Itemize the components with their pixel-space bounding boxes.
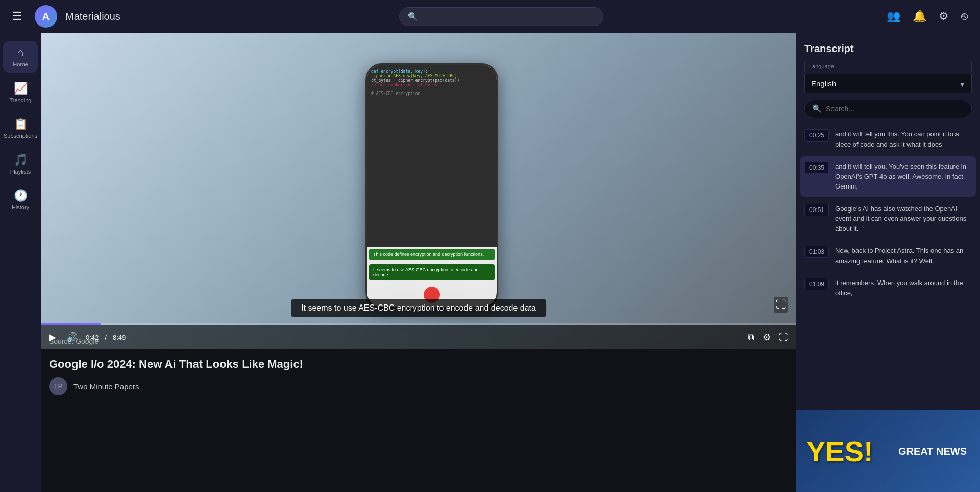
transcript-text: and it will tell you this. You can point… (835, 129, 972, 149)
language-select[interactable]: English Spanish French German (804, 74, 972, 93)
video-controls: ▶ 🔊 0:42 / 8:49 Source: Google ⧉ ⚙ ⛶ (41, 325, 796, 349)
ad-banner: YES! GREAT NEWS (796, 410, 980, 492)
transcript-search-icon: 🔍 (812, 104, 822, 113)
sidebar-item-trending[interactable]: 📈 Trending (3, 77, 38, 108)
sidebar-item-history[interactable]: 🕐 History (3, 184, 38, 216)
ad-yes-text: YES! (806, 435, 873, 468)
search-bar[interactable]: 🔍 (399, 7, 603, 26)
language-label: Language (804, 61, 972, 72)
logout-button[interactable]: ⎋ (957, 6, 972, 27)
transcript-item[interactable]: 00:35 and it will tell you. You've seen … (800, 156, 976, 197)
transcript-item[interactable]: 01:09 it remembers. When you walk around… (800, 273, 976, 303)
video-info: Google I/o 2024: New Ai That Looks Like … (41, 349, 796, 400)
subscriptions-icon: 📋 (14, 118, 28, 131)
video-title: Google I/o 2024: New Ai That Looks Like … (49, 358, 788, 371)
logout-icon: ⎋ (961, 10, 968, 22)
home-icon: ⌂ (17, 46, 23, 59)
phone-mockup: def encrypt(data, key): cipher = AES.new… (365, 63, 498, 309)
search-icon: 🔍 (408, 12, 418, 21)
transcript-item[interactable]: 01:03 Now, back to Project Astra. This o… (800, 241, 976, 271)
transcript-list: 00:25 and it will tell you this. You can… (796, 124, 980, 410)
transcript-time: 00:35 (804, 161, 829, 174)
settings-button[interactable]: ⚙ (935, 6, 953, 27)
transcript-item[interactable]: 00:51 Google's AI has also watched the O… (800, 199, 976, 239)
transcript-text: and it will tell you. You've seen this f… (835, 161, 972, 192)
phone-code-display: def encrypt(data, key): cipher = AES.new… (367, 65, 497, 247)
ad-subtitle: GREAT NEWS (898, 446, 967, 457)
nav-icons: 👥 🔔 ⚙ ⎋ (883, 6, 972, 27)
transcript-search-input[interactable] (826, 105, 964, 113)
total-time: 8:49 (113, 334, 126, 341)
people-button[interactable]: 👥 (883, 6, 904, 27)
channel-avatar: TP (49, 377, 67, 395)
source-label: Source: Google (49, 337, 99, 345)
language-selector-wrapper: Language English Spanish French German ▼ (796, 61, 980, 100)
logo-avatar: A (35, 5, 57, 28)
phone-screen: def encrypt(data, key): cipher = AES.new… (367, 65, 497, 307)
search-input[interactable] (422, 12, 595, 21)
bell-button[interactable]: 🔔 (909, 6, 930, 27)
phone-overlay-text2: It seems to use AES-CBC encryption to en… (369, 264, 495, 280)
transcript-time: 00:25 (804, 129, 829, 142)
miniplayer-button[interactable]: ⧉ (746, 330, 756, 345)
transcript-item[interactable]: 00:25 and it will tell you this. You can… (800, 124, 976, 154)
main-layout: ⌂ Home 📈 Trending 📋 Subscriptions 🎵 Play… (0, 33, 980, 492)
phone-overlay-text: This code defines encryption and decrypt… (369, 249, 495, 260)
app-title: Materialious (65, 11, 120, 22)
fullscreen-button[interactable]: ⛶ (777, 330, 790, 345)
right-controls: ⧉ ⚙ ⛶ (746, 330, 790, 345)
channel-row: TP Two Minute Papers (49, 377, 788, 395)
transcript-time: 01:03 (804, 246, 829, 258)
transcript-time: 01:09 (804, 278, 829, 290)
menu-icon: ☰ (12, 10, 22, 22)
channel-name: Two Minute Papers (74, 382, 139, 391)
trending-icon: 📈 (14, 82, 28, 95)
sidebar-item-subscriptions[interactable]: 📋 Subscriptions (3, 112, 38, 144)
people-icon: 👥 (887, 10, 900, 22)
transcript-text: Now, back to Project Astra. This one has… (835, 246, 972, 266)
time-separator: / (105, 334, 107, 341)
settings-icon: ⚙ (939, 10, 949, 22)
transcript-panel: Transcript Language English Spanish Fren… (796, 33, 980, 492)
sidebar: ⌂ Home 📈 Trending 📋 Subscriptions 🎵 Play… (0, 33, 41, 492)
transcript-time: 00:51 (804, 204, 829, 216)
transcript-text: Google's AI has also watched the OpenAI … (835, 204, 972, 234)
theater-mode-icon[interactable]: ⛶ (774, 297, 788, 313)
playlists-icon: 🎵 (14, 153, 28, 167)
transcript-search-bar[interactable]: 🔍 (804, 100, 972, 118)
transcript-text: it remembers. When you walk around in th… (835, 278, 972, 298)
video-frame: def encrypt(data, key): cipher = AES.new… (41, 33, 796, 349)
menu-button[interactable]: ☰ (8, 6, 27, 27)
sidebar-item-home[interactable]: ⌂ Home (3, 41, 38, 73)
video-subtitle: It seems to use AES-CBC encryption to en… (291, 299, 546, 317)
sidebar-item-playlists[interactable]: 🎵 Playlists (3, 148, 38, 180)
top-navigation: ☰ A Materialious 🔍 👥 🔔 ⚙ ⎋ (0, 0, 980, 33)
history-icon: 🕐 (14, 189, 28, 202)
content-area: def encrypt(data, key): cipher = AES.new… (41, 33, 796, 492)
transcript-header: Transcript (796, 33, 980, 61)
video-container: def encrypt(data, key): cipher = AES.new… (41, 33, 796, 349)
bell-icon: 🔔 (913, 10, 926, 22)
settings-video-button[interactable]: ⚙ (761, 330, 773, 345)
